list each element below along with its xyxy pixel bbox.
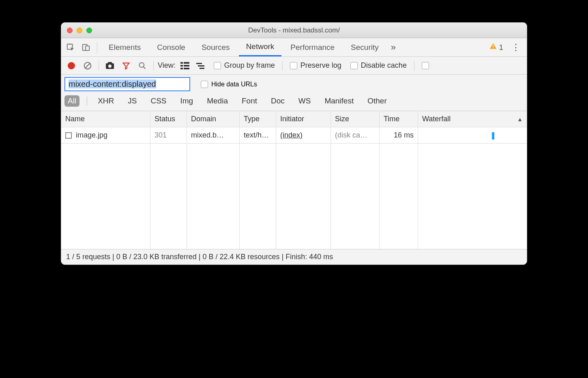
filter-pill-doc[interactable]: Doc bbox=[268, 95, 288, 107]
col-waterfall[interactable]: Waterfall ▲ bbox=[418, 111, 527, 127]
panel-tabs: Elements Console Sources Network Perform… bbox=[61, 38, 527, 57]
disable-cache-checkbox[interactable] bbox=[350, 62, 358, 69]
warning-icon bbox=[489, 42, 497, 52]
maximize-window-button[interactable] bbox=[86, 28, 92, 33]
svg-rect-4 bbox=[493, 47, 494, 48]
cell-name[interactable]: image.jpg bbox=[61, 127, 150, 144]
search-button[interactable] bbox=[135, 59, 149, 73]
network-toolbar: View: Group by frame Preserve log Disabl… bbox=[61, 57, 527, 75]
filter-pill-js[interactable]: JS bbox=[124, 95, 140, 107]
tab-elements[interactable]: Elements bbox=[101, 38, 148, 56]
devtools-window: DevTools - mixed.badssl.com/ Elements Co… bbox=[61, 22, 527, 265]
close-window-button[interactable] bbox=[67, 28, 73, 33]
file-icon bbox=[65, 132, 72, 139]
svg-rect-13 bbox=[180, 65, 183, 67]
svg-point-10 bbox=[139, 62, 144, 67]
warnings-badge[interactable]: 1 bbox=[487, 42, 506, 52]
cell-time: 16 ms bbox=[380, 127, 418, 144]
cell-domain: mixed.b… bbox=[187, 127, 240, 144]
svg-rect-20 bbox=[200, 68, 204, 69]
cell-size: (disk ca… bbox=[331, 127, 380, 144]
more-tabs-button[interactable]: » bbox=[388, 42, 399, 53]
svg-rect-2 bbox=[86, 46, 89, 50]
screenshots-button[interactable] bbox=[103, 59, 117, 73]
cell-type: text/h… bbox=[240, 127, 276, 144]
filter-pill-ws[interactable]: WS bbox=[295, 95, 314, 107]
traffic-lights bbox=[61, 28, 92, 33]
titlebar: DevTools - mixed.badssl.com/ bbox=[61, 23, 527, 38]
table-row[interactable]: image.jpg 301 mixed.b… text/h… (index) (… bbox=[61, 127, 527, 144]
col-size[interactable]: Size bbox=[331, 111, 380, 127]
separator bbox=[153, 61, 154, 71]
device-toolbar-icon[interactable] bbox=[79, 41, 93, 54]
hide-data-urls-checkbox[interactable] bbox=[201, 81, 208, 88]
window-title: DevTools - mixed.badssl.com/ bbox=[61, 26, 527, 34]
svg-rect-12 bbox=[180, 62, 183, 64]
inspect-element-icon[interactable] bbox=[64, 41, 77, 54]
col-type[interactable]: Type bbox=[240, 111, 276, 127]
col-status[interactable]: Status bbox=[150, 111, 187, 127]
overview-button[interactable] bbox=[194, 59, 208, 73]
disable-cache-label: Disable cache bbox=[361, 61, 407, 70]
svg-rect-19 bbox=[198, 65, 204, 67]
filter-pill-css[interactable]: CSS bbox=[147, 95, 170, 107]
filter-pill-media[interactable]: Media bbox=[204, 95, 231, 107]
sort-asc-icon: ▲ bbox=[517, 116, 523, 122]
tab-security[interactable]: Security bbox=[343, 38, 386, 56]
group-by-frame-label: Group by frame bbox=[224, 61, 275, 70]
offline-checkbox[interactable] bbox=[422, 62, 429, 69]
tab-sources[interactable]: Sources bbox=[194, 38, 237, 56]
svg-rect-14 bbox=[180, 68, 183, 69]
col-initiator[interactable]: Initiator bbox=[276, 111, 331, 127]
separator bbox=[99, 61, 99, 71]
hide-data-urls-label: Hide data URLs bbox=[211, 81, 257, 88]
status-bar: 1 / 5 requests | 0 B / 23.0 KB transferr… bbox=[61, 249, 527, 264]
filter-pill-manifest[interactable]: Manifest bbox=[321, 95, 357, 107]
svg-rect-8 bbox=[108, 62, 112, 64]
separator bbox=[282, 61, 283, 71]
waterfall-bar bbox=[492, 132, 494, 140]
col-time[interactable]: Time bbox=[380, 111, 418, 127]
preserve-log-checkbox[interactable] bbox=[290, 62, 297, 69]
svg-rect-15 bbox=[184, 62, 189, 64]
svg-rect-17 bbox=[184, 68, 189, 69]
large-rows-button[interactable] bbox=[178, 59, 192, 73]
settings-menu-button[interactable]: ⋮ bbox=[507, 42, 524, 53]
filter-toggle-button[interactable] bbox=[119, 59, 133, 73]
filter-bar: mixed-content:displayed Hide data URLs A… bbox=[61, 75, 527, 111]
record-button[interactable] bbox=[64, 59, 78, 73]
tab-network[interactable]: Network bbox=[239, 38, 282, 56]
minimize-window-button[interactable] bbox=[77, 28, 82, 33]
status-text: 1 / 5 requests | 0 B / 23.0 KB transferr… bbox=[66, 253, 333, 261]
svg-line-11 bbox=[144, 67, 146, 69]
filter-pill-xhr[interactable]: XHR bbox=[94, 95, 117, 107]
col-name[interactable]: Name bbox=[61, 111, 150, 127]
clear-button[interactable] bbox=[81, 59, 94, 73]
svg-rect-16 bbox=[184, 65, 189, 67]
preserve-log-label: Preserve log bbox=[300, 61, 341, 70]
cell-initiator[interactable]: (index) bbox=[276, 127, 331, 144]
separator bbox=[414, 61, 414, 71]
svg-point-9 bbox=[108, 64, 112, 68]
warnings-count: 1 bbox=[499, 43, 503, 52]
group-by-frame-checkbox[interactable] bbox=[214, 62, 221, 69]
svg-rect-18 bbox=[196, 63, 202, 64]
tab-performance[interactable]: Performance bbox=[283, 38, 342, 56]
filter-type-pills: All XHR JS CSS Img Media Font Doc WS Man… bbox=[64, 95, 524, 107]
filter-pill-other[interactable]: Other bbox=[364, 95, 390, 107]
filter-pill-font[interactable]: Font bbox=[238, 95, 260, 107]
col-domain[interactable]: Domain bbox=[187, 111, 240, 127]
network-table-header: Name Status Domain Type Initiator Size T… bbox=[61, 111, 527, 127]
filter-pill-img[interactable]: Img bbox=[177, 95, 197, 107]
svg-rect-3 bbox=[493, 45, 494, 47]
separator bbox=[97, 42, 97, 53]
separator bbox=[87, 97, 87, 105]
filter-input[interactable]: mixed-content:displayed bbox=[64, 77, 190, 91]
cell-waterfall bbox=[418, 127, 527, 144]
view-label: View: bbox=[158, 61, 176, 70]
filter-pill-all[interactable]: All bbox=[64, 95, 79, 107]
tab-console[interactable]: Console bbox=[150, 38, 193, 56]
cell-status: 301 bbox=[150, 127, 187, 144]
table-body-empty bbox=[61, 144, 527, 249]
svg-line-6 bbox=[85, 63, 90, 68]
